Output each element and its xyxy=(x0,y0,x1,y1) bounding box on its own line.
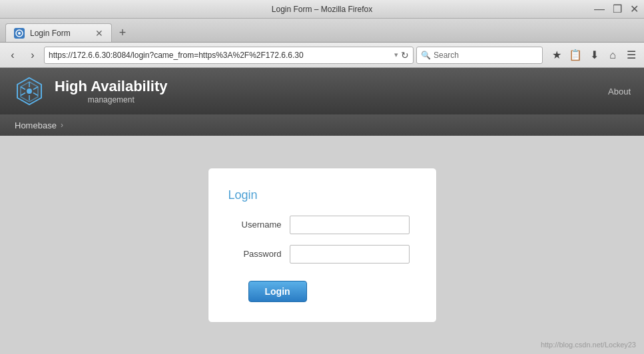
restore-button[interactable]: ❒ xyxy=(613,4,622,15)
password-input[interactable] xyxy=(290,245,410,264)
url-text: https://172.6.6.30:8084/login?came_from=… xyxy=(49,51,392,60)
password-label: Password xyxy=(228,249,282,259)
svg-line-7 xyxy=(21,87,25,90)
tab-favicon xyxy=(14,28,25,39)
svg-line-9 xyxy=(33,87,38,90)
download-icon[interactable]: ⬇ xyxy=(585,47,603,64)
menu-icon[interactable]: ☰ xyxy=(623,47,640,64)
nav-homebase[interactable]: Homebase › xyxy=(7,118,71,133)
close-button[interactable]: ✕ xyxy=(630,4,639,15)
login-form-title: Login xyxy=(228,188,410,202)
main-area: Login Username Password Login http://blo… xyxy=(0,136,644,354)
page-content: High Availability management About Homeb… xyxy=(0,68,644,354)
svg-line-10 xyxy=(21,93,25,96)
browser-title: Login Form – Mozilla Firefox xyxy=(272,5,372,14)
search-placeholder: Search xyxy=(434,51,459,60)
minimize-button[interactable]: — xyxy=(594,4,605,15)
search-bar[interactable]: 🔍 Search xyxy=(416,47,543,64)
site-title: High Availability xyxy=(55,78,168,95)
logo-icon xyxy=(13,75,45,107)
url-dropdown[interactable]: ▾ xyxy=(394,51,398,59)
username-input[interactable] xyxy=(290,216,410,234)
login-card: Login Username Password Login xyxy=(208,168,437,323)
url-bar[interactable]: https://172.6.6.30:8084/login?came_from=… xyxy=(44,47,414,64)
password-row: Password xyxy=(228,245,410,264)
site-header: High Availability management About xyxy=(0,68,644,114)
new-tab-button[interactable]: + xyxy=(115,25,131,41)
svg-line-8 xyxy=(33,93,38,96)
homebase-chevron-icon: › xyxy=(61,120,63,130)
forward-button[interactable]: › xyxy=(24,47,41,64)
refresh-button[interactable]: ↻ xyxy=(401,50,409,61)
home-icon[interactable]: ⌂ xyxy=(604,47,621,64)
search-icon: 🔍 xyxy=(421,51,431,60)
tab-close-button[interactable]: ✕ xyxy=(95,29,103,38)
homebase-label: Homebase xyxy=(15,120,57,130)
tab-bar: Login Form ✕ + xyxy=(0,19,644,43)
titlebar-controls: — ❒ ✕ xyxy=(594,4,639,15)
address-bar: ‹ › https://172.6.6.30:8084/login?came_f… xyxy=(0,43,644,68)
reader-icon[interactable]: 📋 xyxy=(567,47,584,64)
bookmark-icon[interactable]: ★ xyxy=(548,47,565,64)
username-label: Username xyxy=(228,220,282,230)
tab-title: Login Form xyxy=(30,29,90,38)
site-nav: Homebase › xyxy=(0,114,644,136)
site-title-block: High Availability management xyxy=(55,78,168,104)
browser-tab[interactable]: Login Form ✕ xyxy=(5,23,112,42)
site-logo: High Availability management xyxy=(13,75,168,107)
svg-point-1 xyxy=(18,32,21,35)
toolbar-icons: ★ 📋 ⬇ ⌂ ☰ xyxy=(548,47,640,64)
username-row: Username xyxy=(228,216,410,234)
browser-titlebar: Login Form – Mozilla Firefox — ❒ ✕ xyxy=(0,0,644,19)
back-button[interactable]: ‹ xyxy=(4,47,21,64)
watermark-text: http://blog.csdn.net/Lockey23 xyxy=(541,341,636,349)
login-button[interactable]: Login xyxy=(248,281,307,302)
site-subtitle: management xyxy=(55,95,168,104)
about-link[interactable]: About xyxy=(608,87,631,96)
svg-point-4 xyxy=(27,88,32,94)
